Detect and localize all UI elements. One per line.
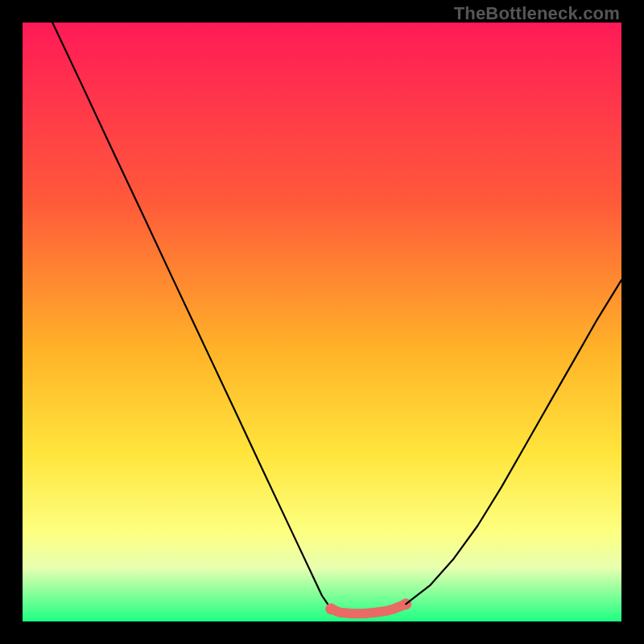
chart-background [23,23,621,621]
valley-endpoint [325,603,336,614]
watermark-text: TheBottleneck.com [454,3,620,24]
bottleneck-chart [23,23,621,621]
chart-frame [23,23,621,621]
